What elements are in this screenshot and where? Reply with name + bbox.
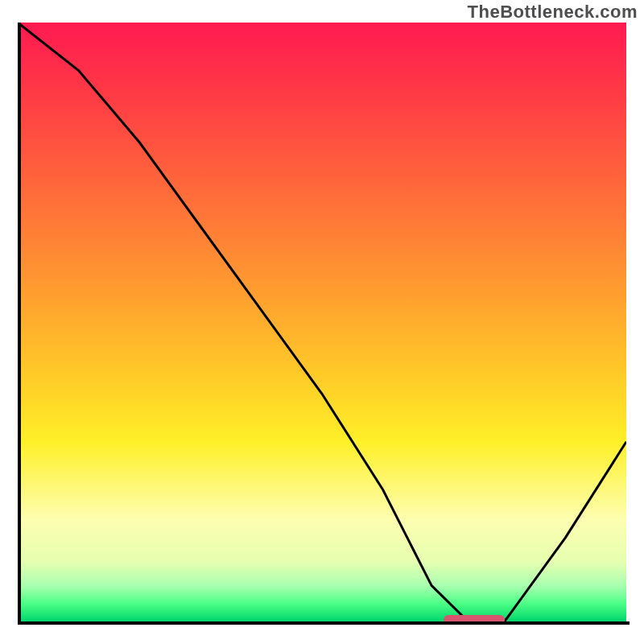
y-axis [18, 23, 21, 625]
bottleneck-curve [18, 23, 626, 621]
chart-container: TheBottleneck.com [0, 0, 644, 644]
watermark-text: TheBottleneck.com [468, 2, 638, 23]
plot-area [18, 23, 626, 621]
curve-layer [18, 23, 626, 621]
x-axis [18, 621, 630, 625]
